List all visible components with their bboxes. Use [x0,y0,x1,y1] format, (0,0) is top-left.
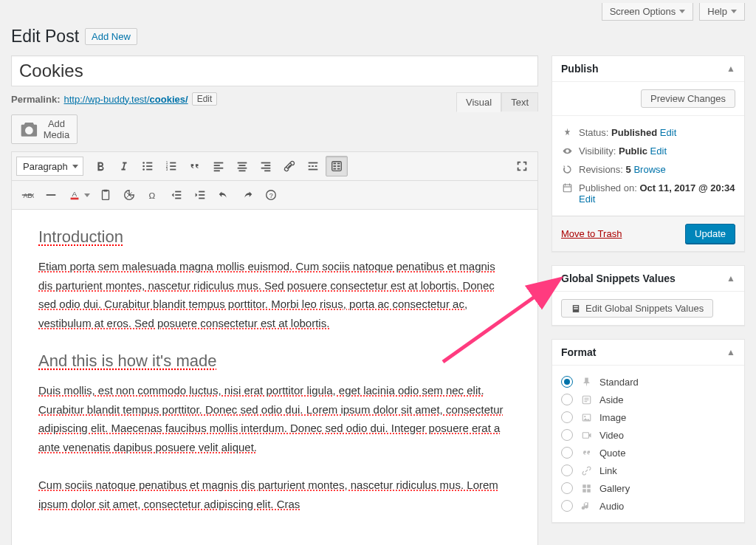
format-option-audio[interactable]: Audio [561,497,735,515]
keyboard-help-button[interactable]: ? [260,185,282,205]
gallery-icon [580,483,592,494]
toolbar-toggle-button[interactable] [326,156,348,176]
svg-rect-66 [583,484,586,488]
format-select[interactable]: Paragraph [16,157,83,176]
revisions-browse-link[interactable]: Browse [633,164,665,175]
svg-text:3: 3 [166,168,168,171]
strikethrough-button[interactable]: ABC [16,185,38,205]
svg-rect-47 [199,191,205,193]
bulleted-list-button[interactable] [137,156,159,176]
post-title-input[interactable] [11,55,538,86]
chevron-down-icon [731,10,737,13]
italic-button[interactable] [113,156,135,176]
svg-text:Ω: Ω [149,191,156,200]
svg-rect-49 [199,198,205,199]
format-option-aside[interactable]: Aside [561,391,735,408]
status-line: Status: Published Edit [561,123,735,142]
read-more-button[interactable] [302,156,324,176]
special-char-button[interactable]: Ω [142,185,164,205]
radio-gallery[interactable] [561,482,573,494]
align-center-button[interactable] [231,156,253,176]
chevron-down-icon [679,10,685,13]
align-right-button[interactable] [255,156,277,176]
format-option-quote[interactable]: Quote [561,444,735,462]
clear-formatting-button[interactable] [118,185,140,205]
format-panel-header[interactable]: Format ▲ [552,340,744,366]
status-edit-link[interactable]: Edit [660,127,676,138]
radio-quote[interactable] [561,447,573,459]
horizontal-rule-button[interactable] [40,185,62,205]
blockquote-button[interactable] [184,156,206,176]
snippets-panel-header[interactable]: Global Snippets Values ▲ [552,266,744,292]
chevron-up-icon: ▲ [726,273,735,284]
link-button[interactable] [278,156,300,176]
video-icon [580,430,592,441]
preview-changes-button[interactable]: Preview Changes [641,89,735,108]
radio-standard[interactable] [561,376,573,388]
content-paragraph-1: Etiam porta sem malesuada magna mollis e… [38,257,511,332]
svg-rect-13 [214,165,220,166]
tab-text[interactable]: Text [501,92,538,112]
align-left-button[interactable] [207,156,230,176]
permalink-link[interactable]: http://wp-buddy.test/cookies/ [63,94,188,105]
svg-rect-65 [583,432,588,438]
format-option-link[interactable]: Link [561,462,735,479]
svg-point-0 [142,162,145,164]
svg-rect-19 [239,170,246,171]
edit-snippets-button[interactable]: Edit Global Snippets Values [561,299,713,318]
svg-rect-41 [103,191,109,200]
visibility-edit-link[interactable]: Edit [650,145,667,157]
radio-link[interactable] [561,465,573,476]
image-icon [580,412,592,423]
svg-rect-22 [261,168,271,169]
permalink-edit-button[interactable]: Edit [192,92,218,106]
pin-icon [561,127,573,138]
snippets-panel: Global Snippets Values ▲ Edit Global Sni… [551,265,745,326]
svg-rect-33 [337,165,340,167]
indent-button[interactable] [189,185,211,205]
svg-rect-40 [71,198,79,200]
svg-rect-21 [264,165,270,166]
svg-rect-24 [309,162,318,164]
tab-visual[interactable]: Visual [456,92,501,112]
redo-button[interactable] [236,185,258,205]
svg-rect-7 [170,165,176,167]
format-option-image[interactable]: Image [561,408,735,426]
format-option-video[interactable]: Video [561,426,735,444]
svg-rect-46 [175,198,181,199]
editor-toolbar: Paragraph 123 ABC A [11,151,538,210]
help-button[interactable]: Help [699,3,745,21]
text-color-button[interactable]: A [63,185,86,205]
svg-point-64 [584,415,585,417]
format-option-gallery[interactable]: Gallery [561,479,735,497]
bold-button[interactable] [89,156,111,176]
editor-content[interactable]: Introduction Etiam porta sem malesuada m… [11,210,538,545]
chevron-down-icon [84,193,90,197]
published-on-line: Published on: Oct 11, 2017 @ 20:34Edit [561,179,735,208]
outdent-button[interactable] [165,185,188,205]
add-new-button[interactable]: Add New [85,28,137,45]
svg-rect-68 [583,489,586,493]
published-on-edit-link[interactable]: Edit [579,193,595,205]
undo-button[interactable] [213,185,235,205]
camera-icon [19,120,39,140]
eye-icon [561,145,573,157]
svg-point-2 [142,168,145,171]
radio-video[interactable] [561,429,573,441]
svg-rect-12 [214,162,224,164]
radio-image[interactable] [561,411,573,423]
svg-rect-34 [334,168,337,170]
update-button[interactable]: Update [685,224,735,244]
paste-text-button[interactable] [94,185,117,205]
publish-panel-header[interactable]: Publish ▲ [552,56,744,82]
format-option-standard[interactable]: Standard [561,373,735,391]
add-media-button[interactable]: Add Media [11,114,78,144]
screen-options-button[interactable]: Screen Options [602,3,694,21]
fullscreen-button[interactable] [511,156,533,176]
move-to-trash-link[interactable]: Move to Trash [561,228,622,239]
help-label: Help [707,6,727,17]
numbered-list-button[interactable]: 123 [160,156,182,176]
radio-aside[interactable] [561,394,573,405]
radio-audio[interactable] [561,500,573,512]
svg-rect-35 [337,168,340,170]
